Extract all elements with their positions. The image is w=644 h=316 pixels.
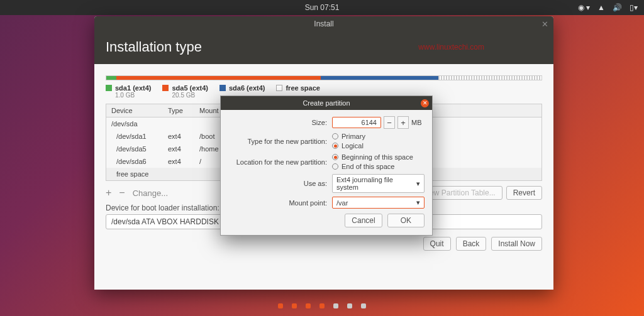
change-partition-button[interactable]: Change...: [133, 188, 168, 198]
watermark-text: www.linuxtechi.com: [418, 43, 484, 52]
wizard-footer: Quit Back Install Now: [106, 237, 542, 251]
legend-item: sda1 (ext4)1.0 GB: [106, 84, 151, 99]
mount-point-select[interactable]: /var▾: [332, 197, 425, 209]
dialog-titlebar: Create partition ✕: [221, 96, 432, 110]
system-topbar: Sun 07:51 ◉ ▾ ▲ 🔊 ▯▾: [0, 0, 644, 15]
window-titlebar: Install ✕: [94, 16, 553, 31]
radio-beginning[interactable]: Beginning of this space: [332, 153, 425, 161]
radio-end[interactable]: End of this space: [332, 163, 425, 170]
use-as-label: Use as:: [228, 180, 332, 187]
remove-partition-button[interactable]: −: [119, 187, 125, 199]
col-header-type[interactable]: Type: [163, 104, 194, 117]
chevron-down-icon: ▾: [416, 180, 420, 188]
radio-logical[interactable]: Logical: [332, 142, 425, 150]
window-header: Installation type www.linuxtechi.com: [94, 31, 553, 64]
add-partition-button[interactable]: +: [106, 187, 111, 199]
wizard-progress-dots: [278, 303, 366, 308]
topbar-clock: Sun 07:51: [305, 3, 340, 12]
network-icon[interactable]: ▲: [597, 3, 605, 12]
partition-usage-bar: [106, 75, 542, 80]
size-input[interactable]: 6144: [332, 117, 381, 128]
window-title: Install: [314, 19, 333, 28]
cancel-button[interactable]: Cancel: [345, 214, 382, 227]
revert-button[interactable]: Revert: [506, 186, 542, 200]
close-icon[interactable]: ✕: [541, 19, 548, 29]
size-decrement-button[interactable]: −: [384, 116, 395, 129]
close-icon[interactable]: ✕: [421, 99, 429, 107]
mount-point-label: Mount point:: [228, 199, 332, 207]
chevron-down-icon: ▾: [416, 199, 420, 207]
location-label: Location for the new partition:: [228, 158, 332, 166]
accessibility-icon[interactable]: ◉ ▾: [578, 3, 590, 12]
col-header-device[interactable]: Device: [106, 104, 163, 117]
size-label: Size:: [228, 119, 332, 126]
create-partition-dialog: Create partition ✕ Size: 6144 − + MB Typ…: [220, 95, 433, 236]
use-as-select[interactable]: Ext4 journaling file system▾: [332, 174, 425, 193]
quit-button[interactable]: Quit: [423, 237, 451, 251]
battery-icon[interactable]: ▯▾: [630, 3, 638, 12]
ok-button[interactable]: OK: [387, 214, 425, 227]
partition-type-label: Type for the new partition:: [228, 138, 332, 145]
topbar-indicators: ◉ ▾ ▲ 🔊 ▯▾: [578, 3, 638, 12]
legend-item: sda5 (ext4)20.5 GB: [162, 84, 208, 99]
radio-primary[interactable]: Primary: [332, 133, 425, 140]
volume-icon[interactable]: 🔊: [613, 3, 622, 12]
back-button[interactable]: Back: [456, 237, 487, 251]
size-unit: MB: [411, 119, 422, 126]
install-now-button[interactable]: Install Now: [491, 237, 542, 251]
dialog-title: Create partition: [303, 99, 350, 107]
size-increment-button[interactable]: +: [397, 116, 409, 129]
